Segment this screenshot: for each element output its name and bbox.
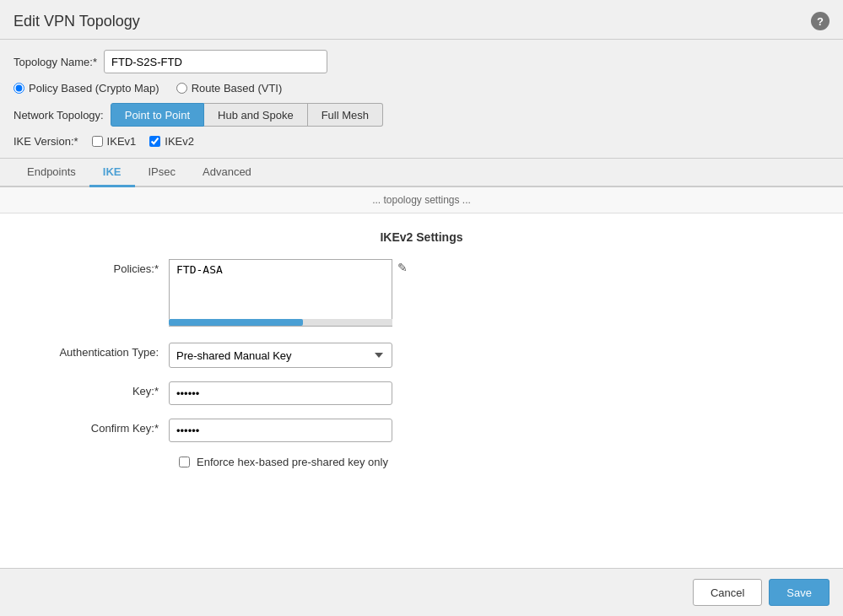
ikev2-section-title: IKEv2 Settings	[34, 230, 809, 244]
key-row: Key:*	[34, 381, 809, 405]
ikev2-label: IKEv2	[165, 135, 194, 148]
topology-name-input[interactable]	[104, 50, 327, 73]
confirm-key-label: Confirm Key:*	[34, 419, 169, 435]
full-mesh-button[interactable]: Full Mesh	[308, 103, 383, 127]
confirm-key-row: Confirm Key:*	[34, 419, 809, 442]
hub-and-spoke-button[interactable]: Hub and Spoke	[204, 103, 308, 127]
topology-section: Topology Name:* Policy Based (Crypto Map…	[0, 40, 843, 159]
edit-vpn-topology-dialog: Edit VPN Topology ? Topology Name:* Poli…	[0, 0, 843, 616]
tab-endpoints[interactable]: Endpoints	[14, 159, 89, 187]
ikev2-checkbox[interactable]	[149, 136, 160, 147]
scroll-hint: ... topology settings ...	[0, 187, 843, 213]
policies-wrapper: FTD-ASA	[169, 259, 392, 329]
auth-type-select[interactable]: Pre-shared Manual Key Certificate Pre-sh…	[169, 343, 392, 368]
auth-type-label: Authentication Type:	[34, 343, 169, 359]
tabs-bar: Endpoints IKE IPsec Advanced	[0, 159, 843, 187]
dialog-header: Edit VPN Topology ?	[0, 0, 843, 40]
route-based-label: Route Based (VTI)	[192, 82, 283, 95]
cancel-button[interactable]: Cancel	[693, 579, 762, 606]
ikev1-label: IKEv1	[107, 135, 137, 148]
key-label: Key:*	[34, 381, 169, 397]
help-icon[interactable]: ?	[811, 12, 829, 30]
auth-type-row: Authentication Type: Pre-shared Manual K…	[34, 343, 809, 368]
confirm-key-input[interactable]	[169, 419, 392, 442]
ikev2-checkbox-label[interactable]: IKEv2	[149, 135, 194, 148]
topology-name-label: Topology Name:*	[14, 56, 97, 68]
policies-scrollbar-thumb	[169, 319, 303, 326]
policies-edit-icon[interactable]: ✎	[397, 259, 408, 274]
policies-scrollbar[interactable]	[169, 319, 392, 326]
vpn-type-row: Policy Based (Crypto Map) Route Based (V…	[14, 82, 829, 95]
topology-button-group: Point to Point Hub and Spoke Full Mesh	[111, 103, 383, 127]
content-area: ... topology settings ... IKEv2 Settings…	[0, 187, 843, 568]
policies-textarea[interactable]: FTD-ASA	[169, 259, 392, 327]
enforce-checkbox[interactable]	[179, 457, 190, 467]
scroll-hint-text: ... topology settings ...	[372, 194, 471, 206]
tab-advanced[interactable]: Advanced	[189, 159, 265, 187]
enforce-label: Enforce hex-based pre-shared key only	[197, 456, 388, 468]
topology-name-row: Topology Name:*	[14, 50, 829, 73]
point-to-point-button[interactable]: Point to Point	[111, 103, 204, 127]
policy-based-radio-label[interactable]: Policy Based (Crypto Map)	[14, 82, 159, 95]
policies-row: Policies:* FTD-ASA ✎	[34, 259, 809, 329]
ike-version-label: IKE Version:*	[14, 135, 78, 148]
policy-based-radio[interactable]	[14, 83, 24, 94]
ike-version-row: IKE Version:* IKEv1 IKEv2	[14, 135, 829, 148]
ikev1-checkbox[interactable]	[92, 136, 103, 147]
tab-ike[interactable]: IKE	[89, 159, 135, 187]
network-topology-row: Network Topology: Point to Point Hub and…	[14, 103, 829, 127]
route-based-radio[interactable]	[176, 83, 187, 94]
enforce-row: Enforce hex-based pre-shared key only	[179, 456, 809, 468]
route-based-radio-label[interactable]: Route Based (VTI)	[176, 82, 283, 95]
ikev2-section: IKEv2 Settings Policies:* FTD-ASA ✎ Auth…	[0, 213, 843, 485]
save-button[interactable]: Save	[769, 579, 829, 606]
policy-based-label: Policy Based (Crypto Map)	[29, 82, 159, 95]
policies-container: FTD-ASA ✎	[169, 259, 408, 329]
dialog-footer: Cancel Save	[0, 568, 843, 616]
tab-ipsec[interactable]: IPsec	[135, 159, 190, 187]
key-input[interactable]	[169, 381, 392, 405]
ikev1-checkbox-label[interactable]: IKEv1	[92, 135, 137, 148]
dialog-title: Edit VPN Topology	[14, 13, 140, 30]
policies-label: Policies:*	[34, 259, 169, 275]
network-topology-label: Network Topology:	[14, 109, 104, 122]
